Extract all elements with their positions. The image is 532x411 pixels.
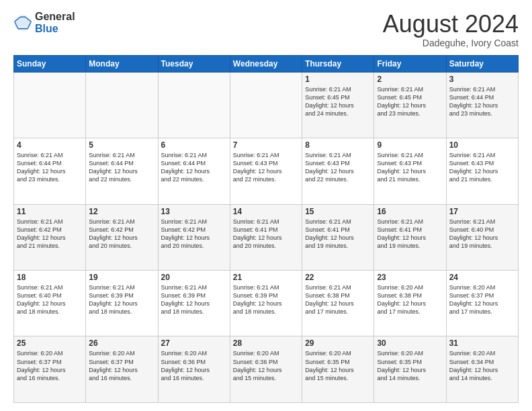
day-info: Sunrise: 6:20 AM Sunset: 6:35 PM Dayligh… <box>305 349 371 382</box>
day-info: Sunrise: 6:21 AM Sunset: 6:42 PM Dayligh… <box>89 218 154 250</box>
calendar-day-header: Thursday <box>302 55 374 72</box>
day-number: 11 <box>17 207 83 216</box>
day-number: 17 <box>449 207 515 216</box>
day-info: Sunrise: 6:21 AM Sunset: 6:44 PM Dayligh… <box>89 151 154 184</box>
calendar-day-header: Tuesday <box>158 55 230 72</box>
day-number: 15 <box>305 207 371 216</box>
day-number: 22 <box>305 273 371 282</box>
day-number: 27 <box>161 338 227 348</box>
calendar-week-row: 25Sunrise: 6:20 AM Sunset: 6:37 PM Dayli… <box>14 336 519 403</box>
day-number: 7 <box>233 140 299 150</box>
calendar-cell: 31Sunrise: 6:20 AM Sunset: 6:34 PM Dayli… <box>446 336 518 403</box>
day-info: Sunrise: 6:21 AM Sunset: 6:38 PM Dayligh… <box>305 283 371 316</box>
calendar-cell: 1Sunrise: 6:21 AM Sunset: 6:45 PM Daylig… <box>302 72 374 138</box>
calendar-cell: 9Sunrise: 6:21 AM Sunset: 6:43 PM Daylig… <box>374 138 446 204</box>
day-number: 10 <box>449 140 515 150</box>
calendar-cell: 27Sunrise: 6:20 AM Sunset: 6:36 PM Dayli… <box>158 336 230 403</box>
calendar-cell: 11Sunrise: 6:21 AM Sunset: 6:42 PM Dayli… <box>14 204 86 270</box>
day-number: 19 <box>89 273 154 282</box>
calendar-cell: 8Sunrise: 6:21 AM Sunset: 6:43 PM Daylig… <box>302 138 374 204</box>
calendar-cell: 20Sunrise: 6:21 AM Sunset: 6:39 PM Dayli… <box>158 271 230 336</box>
subtitle: Dadeguhe, Ivory Coast <box>383 38 519 48</box>
day-info: Sunrise: 6:21 AM Sunset: 6:42 PM Dayligh… <box>17 218 83 250</box>
day-number: 3 <box>449 75 515 84</box>
day-number: 8 <box>305 140 371 150</box>
day-info: Sunrise: 6:21 AM Sunset: 6:44 PM Dayligh… <box>161 151 227 184</box>
day-number: 26 <box>89 338 154 348</box>
day-number: 23 <box>377 273 443 282</box>
calendar-cell <box>230 72 302 138</box>
day-info: Sunrise: 6:21 AM Sunset: 6:41 PM Dayligh… <box>377 218 443 250</box>
calendar-cell: 23Sunrise: 6:20 AM Sunset: 6:38 PM Dayli… <box>374 271 446 336</box>
calendar-cell: 17Sunrise: 6:21 AM Sunset: 6:40 PM Dayli… <box>446 204 518 270</box>
day-number: 29 <box>305 338 371 348</box>
calendar-header-row: SundayMondayTuesdayWednesdayThursdayFrid… <box>14 55 519 72</box>
day-info: Sunrise: 6:21 AM Sunset: 6:43 PM Dayligh… <box>305 151 371 184</box>
logo-icon <box>13 13 32 32</box>
day-number: 12 <box>89 207 154 216</box>
calendar-cell: 15Sunrise: 6:21 AM Sunset: 6:41 PM Dayli… <box>302 204 374 270</box>
day-info: Sunrise: 6:21 AM Sunset: 6:39 PM Dayligh… <box>161 283 227 316</box>
day-number: 13 <box>161 207 227 216</box>
day-info: Sunrise: 6:21 AM Sunset: 6:43 PM Dayligh… <box>449 151 515 184</box>
calendar-week-row: 11Sunrise: 6:21 AM Sunset: 6:42 PM Dayli… <box>14 204 519 270</box>
calendar-day-header: Sunday <box>14 55 86 72</box>
calendar-cell <box>158 72 230 138</box>
day-info: Sunrise: 6:21 AM Sunset: 6:44 PM Dayligh… <box>17 151 83 184</box>
day-info: Sunrise: 6:21 AM Sunset: 6:44 PM Dayligh… <box>449 85 515 118</box>
day-number: 24 <box>449 273 515 282</box>
page: General Blue August 2024 Dadeguhe, Ivory… <box>0 0 532 411</box>
day-number: 31 <box>449 338 515 348</box>
day-info: Sunrise: 6:20 AM Sunset: 6:37 PM Dayligh… <box>449 283 515 316</box>
day-info: Sunrise: 6:21 AM Sunset: 6:39 PM Dayligh… <box>233 283 299 316</box>
logo-line1: General <box>35 11 75 23</box>
calendar-cell: 14Sunrise: 6:21 AM Sunset: 6:41 PM Dayli… <box>230 204 302 270</box>
calendar-week-row: 18Sunrise: 6:21 AM Sunset: 6:40 PM Dayli… <box>14 271 519 336</box>
day-info: Sunrise: 6:21 AM Sunset: 6:40 PM Dayligh… <box>17 283 83 316</box>
title-block: August 2024 Dadeguhe, Ivory Coast <box>383 11 519 48</box>
day-number: 2 <box>377 75 443 84</box>
day-number: 14 <box>233 207 299 216</box>
day-number: 1 <box>305 75 371 84</box>
calendar-cell: 13Sunrise: 6:21 AM Sunset: 6:42 PM Dayli… <box>158 204 230 270</box>
day-number: 16 <box>377 207 443 216</box>
calendar-table: SundayMondayTuesdayWednesdayThursdayFrid… <box>13 55 519 403</box>
calendar-day-header: Wednesday <box>230 55 302 72</box>
header: General Blue August 2024 Dadeguhe, Ivory… <box>13 11 519 48</box>
day-number: 6 <box>161 140 227 150</box>
day-info: Sunrise: 6:21 AM Sunset: 6:41 PM Dayligh… <box>305 218 371 250</box>
day-info: Sunrise: 6:21 AM Sunset: 6:42 PM Dayligh… <box>161 218 227 250</box>
calendar-day-header: Monday <box>86 55 158 72</box>
day-number: 18 <box>17 273 83 282</box>
calendar-day-header: Friday <box>374 55 446 72</box>
calendar-cell: 19Sunrise: 6:21 AM Sunset: 6:39 PM Dayli… <box>86 271 158 336</box>
day-info: Sunrise: 6:20 AM Sunset: 6:37 PM Dayligh… <box>17 349 83 382</box>
calendar-cell: 29Sunrise: 6:20 AM Sunset: 6:35 PM Dayli… <box>302 336 374 403</box>
calendar-cell: 18Sunrise: 6:21 AM Sunset: 6:40 PM Dayli… <box>14 271 86 336</box>
day-info: Sunrise: 6:21 AM Sunset: 6:45 PM Dayligh… <box>377 85 443 118</box>
calendar-cell: 3Sunrise: 6:21 AM Sunset: 6:44 PM Daylig… <box>446 72 518 138</box>
day-info: Sunrise: 6:21 AM Sunset: 6:39 PM Dayligh… <box>89 283 154 316</box>
day-info: Sunrise: 6:20 AM Sunset: 6:38 PM Dayligh… <box>377 283 443 316</box>
day-number: 4 <box>17 140 83 150</box>
day-info: Sunrise: 6:21 AM Sunset: 6:41 PM Dayligh… <box>233 218 299 250</box>
calendar-cell: 10Sunrise: 6:21 AM Sunset: 6:43 PM Dayli… <box>446 138 518 204</box>
calendar-cell: 7Sunrise: 6:21 AM Sunset: 6:43 PM Daylig… <box>230 138 302 204</box>
day-info: Sunrise: 6:21 AM Sunset: 6:45 PM Dayligh… <box>305 85 371 118</box>
calendar-week-row: 1Sunrise: 6:21 AM Sunset: 6:45 PM Daylig… <box>14 72 519 138</box>
day-info: Sunrise: 6:20 AM Sunset: 6:37 PM Dayligh… <box>89 349 154 382</box>
calendar-cell <box>86 72 158 138</box>
calendar-cell: 2Sunrise: 6:21 AM Sunset: 6:45 PM Daylig… <box>374 72 446 138</box>
calendar-cell: 30Sunrise: 6:20 AM Sunset: 6:35 PM Dayli… <box>374 336 446 403</box>
day-info: Sunrise: 6:20 AM Sunset: 6:35 PM Dayligh… <box>377 349 443 382</box>
calendar-cell: 22Sunrise: 6:21 AM Sunset: 6:38 PM Dayli… <box>302 271 374 336</box>
day-number: 21 <box>233 273 299 282</box>
calendar-cell: 5Sunrise: 6:21 AM Sunset: 6:44 PM Daylig… <box>86 138 158 204</box>
logo: General Blue <box>13 11 75 36</box>
day-info: Sunrise: 6:21 AM Sunset: 6:40 PM Dayligh… <box>449 218 515 250</box>
calendar-cell: 25Sunrise: 6:20 AM Sunset: 6:37 PM Dayli… <box>14 336 86 403</box>
day-number: 25 <box>17 338 83 348</box>
calendar-cell: 26Sunrise: 6:20 AM Sunset: 6:37 PM Dayli… <box>86 336 158 403</box>
day-info: Sunrise: 6:20 AM Sunset: 6:34 PM Dayligh… <box>449 349 515 382</box>
logo-line2: Blue <box>35 23 75 35</box>
